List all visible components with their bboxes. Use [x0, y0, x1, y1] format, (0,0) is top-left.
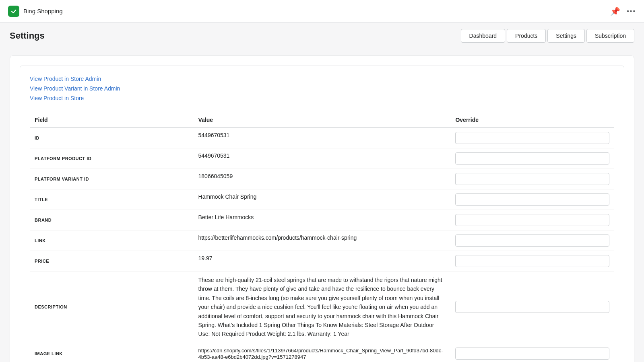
value-brand: Better Life Hammocks: [194, 210, 451, 230]
links-section: View Product in Store Admin View Product…: [30, 76, 614, 101]
bell-icon[interactable]: 📌: [610, 6, 620, 16]
tab-settings[interactable]: Settings: [547, 29, 585, 43]
override-description: [450, 272, 614, 343]
field-title: TITLE: [30, 189, 194, 210]
app-title: Bing Shopping: [23, 8, 63, 14]
override-platform-product-id: [450, 148, 614, 169]
svg-rect-0: [10, 8, 17, 15]
table-row: DESCRIPTION These are high-quality 21-co…: [30, 272, 614, 343]
col-header-override: Override: [450, 113, 614, 128]
page-title: Settings: [10, 31, 45, 41]
override-input-price[interactable]: [455, 255, 609, 267]
field-price: PRICE: [30, 251, 194, 272]
value-platform-variant-id: 18066045059: [194, 169, 451, 189]
override-input-title[interactable]: [455, 193, 609, 206]
override-input-id[interactable]: [455, 132, 609, 144]
field-brand: BRAND: [30, 210, 194, 230]
topbar-left: Bing Shopping: [8, 6, 63, 17]
field-platform-variant-id: PLATFORM VARIANT ID: [30, 169, 194, 189]
topbar-right: 📌 •••: [610, 6, 636, 16]
table-row: ID 5449670531: [30, 128, 614, 148]
description-text: These are high-quality 21-coil steel spr…: [198, 277, 442, 337]
override-input-link[interactable]: [455, 234, 609, 247]
field-id: ID: [30, 128, 194, 148]
product-table: Field Value Override ID 5449670531: [30, 113, 614, 362]
table-row: TITLE Hammock Chair Spring: [30, 189, 614, 210]
override-input-description[interactable]: [455, 301, 609, 313]
view-variant-admin-link[interactable]: View Product Variant in Store Admin: [30, 85, 614, 92]
table-row: PRICE 19.97: [30, 251, 614, 272]
more-options-icon[interactable]: •••: [627, 8, 636, 15]
page-header: Settings Dashboard Products Settings Sub…: [0, 23, 644, 49]
override-platform-variant-id: [450, 169, 614, 189]
col-header-field: Field: [30, 113, 194, 128]
override-title: [450, 189, 614, 210]
override-input-platform-variant-id[interactable]: [455, 173, 609, 185]
tab-subscription[interactable]: Subscription: [586, 29, 634, 43]
table-row: LINK https://betterlifehammocks.com/prod…: [30, 230, 614, 251]
override-input-platform-product-id[interactable]: [455, 152, 609, 165]
override-price: [450, 251, 614, 272]
card-inner: View Product in Store Admin View Product…: [20, 66, 624, 362]
table-row: BRAND Better Life Hammocks: [30, 210, 614, 230]
field-description: DESCRIPTION: [30, 272, 194, 343]
tab-products[interactable]: Products: [507, 29, 546, 43]
tab-dashboard[interactable]: Dashboard: [461, 29, 506, 43]
override-brand: [450, 210, 614, 230]
main-content: View Product in Store Admin View Product…: [0, 49, 644, 362]
table-row: IMAGE LINK https://cdn.shopify.com/s/fil…: [30, 343, 614, 362]
value-price: 19.97: [194, 251, 451, 272]
value-image-link: https://cdn.shopify.com/s/files/1/1139/7…: [194, 343, 451, 362]
value-id: 5449670531: [194, 128, 451, 148]
col-header-value: Value: [194, 113, 451, 128]
field-platform-product-id: PLATFORM PRODUCT ID: [30, 148, 194, 169]
app-icon: [8, 6, 19, 17]
card-outer: View Product in Store Admin View Product…: [10, 56, 634, 362]
value-title: Hammock Chair Spring: [194, 189, 451, 210]
override-image-link: [450, 343, 614, 362]
value-platform-product-id: 5449670531: [194, 148, 451, 169]
override-input-image-link[interactable]: [455, 348, 609, 360]
image-link-text: https://cdn.shopify.com/s/files/1/1139/7…: [198, 348, 443, 360]
topbar: Bing Shopping 📌 •••: [0, 0, 644, 23]
value-link: https://betterlifehammocks.com/products/…: [194, 230, 451, 251]
nav-tabs: Dashboard Products Settings Subscription: [461, 29, 634, 43]
table-row: PLATFORM PRODUCT ID 5449670531: [30, 148, 614, 169]
override-id: [450, 128, 614, 148]
view-store-link[interactable]: View Product in Store: [30, 95, 614, 101]
field-link: LINK: [30, 230, 194, 251]
view-store-admin-link[interactable]: View Product in Store Admin: [30, 76, 614, 82]
override-link: [450, 230, 614, 251]
value-description: These are high-quality 21-coil steel spr…: [194, 272, 451, 343]
override-input-brand[interactable]: [455, 214, 609, 226]
table-header-row: Field Value Override: [30, 113, 614, 128]
field-image-link: IMAGE LINK: [30, 343, 194, 362]
table-row: PLATFORM VARIANT ID 18066045059: [30, 169, 614, 189]
